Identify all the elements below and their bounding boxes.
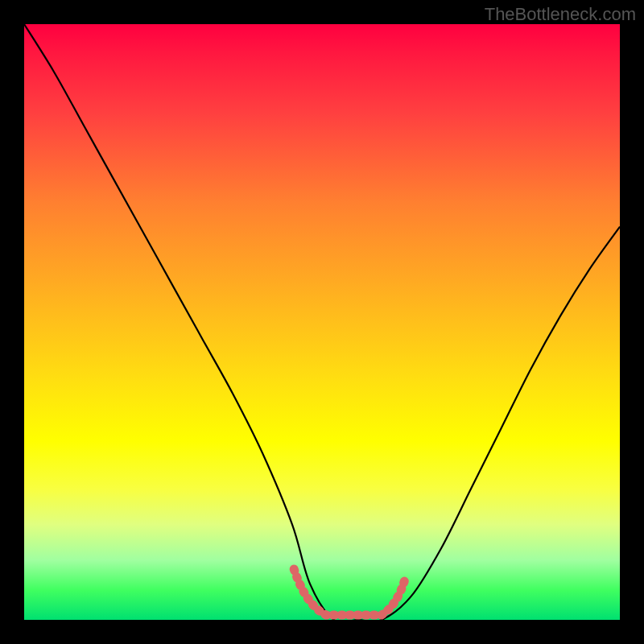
highlight-segment (294, 569, 406, 615)
watermark-text: TheBottleneck.com (485, 4, 636, 25)
chart-plot-area (24, 24, 620, 620)
bottleneck-curve-path (24, 24, 620, 620)
chart-svg (24, 24, 620, 620)
